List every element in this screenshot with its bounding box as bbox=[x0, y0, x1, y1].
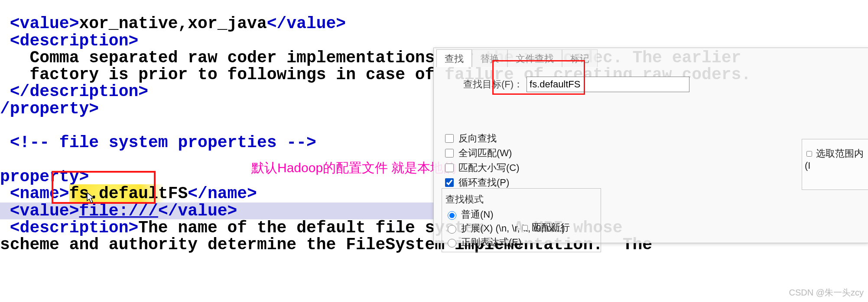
search-hit: fs.defaultFS bbox=[69, 184, 188, 203]
opt-whole-word-checkbox[interactable] bbox=[445, 149, 454, 157]
scope-in-selection-checkbox[interactable] bbox=[806, 151, 812, 157]
find-dialog[interactable]: 查找 替换 文件查找 标记 查找目标(F)： 选取范围内(I 反向查找 全词匹配… bbox=[433, 48, 868, 243]
tab-find-in-files[interactable]: 文件查找 bbox=[507, 49, 562, 67]
tab-mark[interactable]: 标记 bbox=[562, 49, 598, 67]
annotation-text: 默认Hadoop的配置文件 就是本地的 bbox=[251, 159, 456, 177]
xml-tag: property> bbox=[0, 167, 89, 186]
xml-tag: <value> bbox=[10, 14, 79, 33]
tab-find[interactable]: 查找 bbox=[436, 49, 472, 67]
mode-normal-radio[interactable] bbox=[448, 211, 456, 220]
search-row: 查找目标(F)： bbox=[434, 77, 868, 92]
opt-backward-label: 反向查找 bbox=[458, 131, 497, 146]
opt-match-case-checkbox[interactable] bbox=[445, 164, 454, 172]
xml-tag: <description> bbox=[10, 218, 138, 237]
xml-tag: </value> bbox=[158, 202, 237, 220]
scope-label: 选取范围内(I bbox=[805, 148, 864, 171]
mode-normal-label: 普通(N) bbox=[461, 208, 494, 222]
xml-tag: <value> bbox=[10, 202, 79, 220]
xml-tag: </value> bbox=[267, 14, 346, 33]
value-link[interactable]: file:/// bbox=[79, 202, 158, 220]
opt-newline-checkbox[interactable] bbox=[522, 225, 528, 231]
opt-newline-label: 匹配新行 bbox=[532, 221, 570, 234]
xml-tag: <name> bbox=[10, 184, 69, 203]
opt-whole-word-label: 全词匹配(W) bbox=[458, 146, 512, 161]
xml-tag: </name> bbox=[188, 184, 257, 203]
mode-extended-radio[interactable] bbox=[448, 225, 456, 234]
scope-in-selection[interactable]: 选取范围内(I bbox=[805, 148, 864, 171]
search-label: 查找目标(F)： bbox=[463, 78, 523, 91]
watermark: CSDN @朱一头zcy bbox=[789, 287, 864, 299]
opt-wrap-checkbox[interactable] bbox=[445, 178, 454, 187]
search-mode-legend: 查找模式 bbox=[445, 193, 597, 206]
xml-tag: /property> bbox=[0, 100, 99, 118]
dialog-tabs: 查找 替换 文件查找 标记 bbox=[434, 48, 868, 67]
opt-backward-checkbox[interactable] bbox=[445, 134, 454, 143]
xml-comment: <!-- file system properties --> bbox=[10, 133, 316, 152]
name-text: fs.defaultFS bbox=[69, 184, 188, 203]
mode-regex-label: 正则表达式(E) bbox=[461, 235, 521, 249]
search-input[interactable] bbox=[527, 77, 689, 92]
opt-match-case-label: 匹配大小写(C) bbox=[458, 161, 520, 175]
xml-tag: </description> bbox=[10, 82, 148, 101]
mode-regex-radio[interactable] bbox=[448, 239, 456, 247]
tab-replace[interactable]: 替换 bbox=[472, 49, 507, 67]
xml-tag: <description> bbox=[10, 32, 138, 50]
search-options: 反向查找 全词匹配(W) 匹配大小写(C) 循环查找(P) bbox=[443, 131, 520, 190]
scope-box: 选取范围内(I bbox=[802, 139, 868, 190]
search-mode-group: 查找模式 普通(N) 扩展(X) (\n, \r, \t, \0, \x...)… bbox=[442, 188, 601, 252]
opt-wrap-label: 循环查找(P) bbox=[458, 175, 509, 190]
xml-text: xor_native,xor_java bbox=[79, 14, 267, 33]
